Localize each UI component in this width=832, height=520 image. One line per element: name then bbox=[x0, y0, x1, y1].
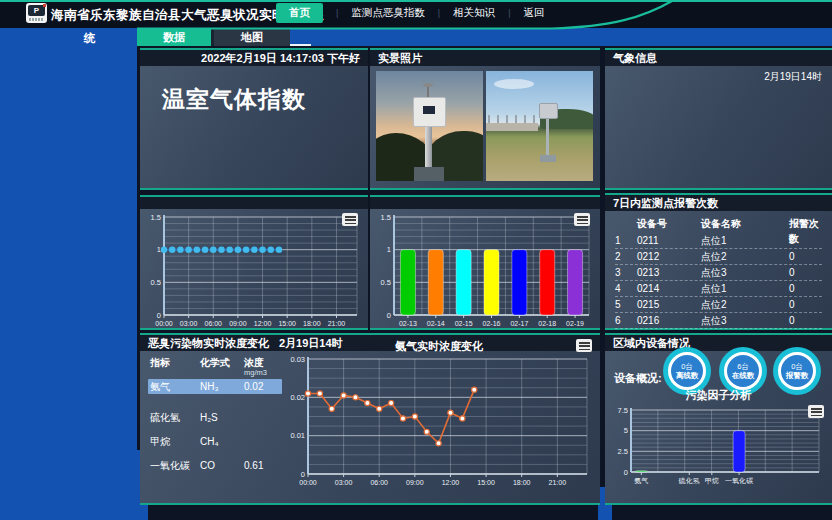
svg-text:0.01: 0.01 bbox=[290, 431, 305, 440]
logo-red-mark bbox=[43, 4, 46, 7]
chart-menu-icon[interactable] bbox=[808, 405, 824, 418]
svg-text:硫化氢: 硫化氢 bbox=[678, 477, 700, 485]
stat-circle-online[interactable]: 6台 在线数 bbox=[724, 352, 762, 390]
device-name: 点位3 bbox=[701, 313, 789, 328]
panel-weather-header: 气象信息 bbox=[605, 50, 832, 66]
panel-daily-bars-header bbox=[370, 197, 600, 209]
nav-knowledge[interactable]: 相关知识 bbox=[453, 6, 495, 20]
tab-map[interactable]: 地图 bbox=[214, 28, 290, 46]
greenhouse-index-line-chart: 00.511.500:0003:0006:0009:0012:0015:0018… bbox=[142, 210, 366, 328]
panel-devices-header: 区域内设备情况 bbox=[605, 335, 832, 351]
alarm-col-index bbox=[615, 216, 637, 233]
svg-text:5: 5 bbox=[624, 426, 628, 435]
chart-menu-icon[interactable] bbox=[576, 339, 592, 352]
pollutant-name: 氨气 bbox=[148, 379, 200, 394]
monitor-screen bbox=[423, 106, 435, 114]
alarm-count: 0 bbox=[789, 313, 822, 328]
nav-odor-index[interactable]: 监测点恶臭指数 bbox=[351, 6, 425, 20]
monitor-antenna-cap bbox=[423, 83, 433, 87]
alarm-table-header-row: 设备号 设备名称 报警次数 bbox=[615, 216, 822, 233]
pollutant-value bbox=[244, 434, 280, 449]
svg-text:0.5: 0.5 bbox=[151, 278, 161, 287]
monitor-pole bbox=[546, 115, 549, 157]
ammonia-line-chart: 00.010.020.0300:0003:0006:0009:0012:0015… bbox=[282, 352, 596, 487]
svg-text:0.02: 0.02 bbox=[290, 393, 305, 402]
svg-text:15:00: 15:00 bbox=[278, 320, 296, 327]
panel-alarms-title: 7日内监测点报警次数 bbox=[613, 195, 718, 211]
pollution-factor-bar-chart: 02.557.5氨气硫化氢甲烷一氧化碳 bbox=[609, 403, 828, 485]
panel-pollutants: 恶臭污染物实时浓度变化 2月19日14时 指标 化学式 浓度 mg/m3 氨气 … bbox=[140, 333, 600, 505]
alarm-count: 0 bbox=[789, 233, 822, 248]
nav-back[interactable]: 返回 bbox=[524, 6, 545, 20]
stat-label: 离线数 bbox=[676, 372, 699, 380]
monitor-cabinet bbox=[539, 103, 558, 119]
svg-text:1: 1 bbox=[387, 245, 391, 254]
table-row: 4 0214 点位1 0 bbox=[615, 281, 822, 297]
svg-text:1.5: 1.5 bbox=[381, 213, 391, 222]
stat-count: 0台 bbox=[791, 363, 803, 371]
pollutant-formula: NH₃ bbox=[200, 379, 244, 394]
table-row: 6 0216 点位3 0 bbox=[615, 313, 822, 329]
device-id: 0214 bbox=[637, 281, 701, 296]
panel-devices: 区域内设备情况 设备概况: 0台 离线数 6台 在线数 0台 报警数 污染因子分… bbox=[605, 333, 832, 505]
panel-greenhouse-chart: 00.511.500:0003:0006:0009:0012:0015:0018… bbox=[140, 195, 368, 330]
pollutant-row-selected[interactable]: 氨气 NH₃ 0.02 bbox=[148, 379, 282, 394]
stat-circle-alarm[interactable]: 0台 报警数 bbox=[778, 352, 816, 390]
svg-text:12:00: 12:00 bbox=[254, 320, 272, 327]
col-indicator: 指标 bbox=[148, 355, 200, 370]
nav-separator: | bbox=[508, 8, 510, 18]
svg-text:06:00: 06:00 bbox=[370, 479, 388, 486]
device-name: 点位1 bbox=[701, 233, 789, 248]
nav-home[interactable]: 首页 bbox=[276, 3, 323, 23]
table-row: 5 0215 点位2 0 bbox=[615, 297, 822, 313]
pollutant-value: 0.02 bbox=[244, 379, 280, 394]
svg-text:03:00: 03:00 bbox=[180, 320, 198, 327]
site-photo-field[interactable] bbox=[486, 71, 593, 181]
table-row: 2 0212 点位2 0 bbox=[615, 249, 822, 265]
monitor-base bbox=[414, 167, 444, 181]
svg-text:1.5: 1.5 bbox=[151, 213, 161, 222]
monitor-base bbox=[540, 155, 556, 162]
app-title-wrapped: 统 bbox=[84, 31, 96, 46]
pollutant-formula: CO bbox=[200, 458, 244, 473]
tab-data[interactable]: 数据 bbox=[137, 28, 211, 46]
svg-text:一氧化碳: 一氧化碳 bbox=[725, 477, 753, 485]
monitor-pole bbox=[425, 123, 432, 171]
device-id: 0212 bbox=[637, 249, 701, 264]
row-index: 3 bbox=[615, 265, 637, 280]
svg-text:2.5: 2.5 bbox=[618, 447, 628, 456]
svg-text:0.03: 0.03 bbox=[290, 355, 305, 364]
datetime-text: 2022年2月19日 14:17:03 下午好 bbox=[201, 50, 360, 66]
site-photo-sunset[interactable] bbox=[376, 71, 483, 181]
stat-label: 报警数 bbox=[786, 372, 809, 380]
photo-wall bbox=[486, 123, 538, 131]
photo-cloud bbox=[494, 79, 534, 89]
svg-text:00:00: 00:00 bbox=[299, 479, 317, 486]
svg-text:02-15: 02-15 bbox=[455, 320, 473, 327]
panel-photos-header: 实景照片 bbox=[370, 50, 600, 66]
panel-greenhouse-chart-header bbox=[140, 197, 368, 209]
chart-menu-icon[interactable] bbox=[342, 213, 358, 226]
panel-weather-title: 气象信息 bbox=[613, 50, 657, 66]
panel-photos: 实景照片 bbox=[370, 48, 600, 190]
svg-text:12:00: 12:00 bbox=[442, 479, 460, 486]
stat-count: 6台 bbox=[737, 363, 749, 371]
device-name: 点位1 bbox=[701, 281, 789, 296]
pollutant-row[interactable]: 甲烷 CH₄ bbox=[148, 434, 282, 449]
pollutant-row[interactable]: 硫化氢 H₂S bbox=[148, 410, 282, 425]
pollutant-value bbox=[244, 410, 280, 425]
stat-circle-offline[interactable]: 0台 离线数 bbox=[668, 352, 706, 390]
alarm-count: 0 bbox=[789, 265, 822, 280]
device-name: 点位2 bbox=[701, 297, 789, 312]
weather-datetime: 2月19日14时 bbox=[605, 66, 832, 84]
row-index: 1 bbox=[615, 233, 637, 248]
svg-text:09:00: 09:00 bbox=[229, 320, 247, 327]
row-index: 4 bbox=[615, 281, 637, 296]
table-row: 3 0213 点位3 0 bbox=[615, 265, 822, 281]
chart-menu-icon[interactable] bbox=[574, 213, 590, 226]
device-overview-label: 设备概况: bbox=[614, 371, 662, 386]
panel-daily-bars: 00.511.502-1302-1402-1502-1602-1702-1802… bbox=[370, 195, 600, 330]
pollutant-row[interactable]: 一氧化碳 CO 0.61 bbox=[148, 458, 282, 473]
tabs-row: 数据 地图 bbox=[137, 28, 832, 46]
tab-underline bbox=[290, 44, 311, 46]
